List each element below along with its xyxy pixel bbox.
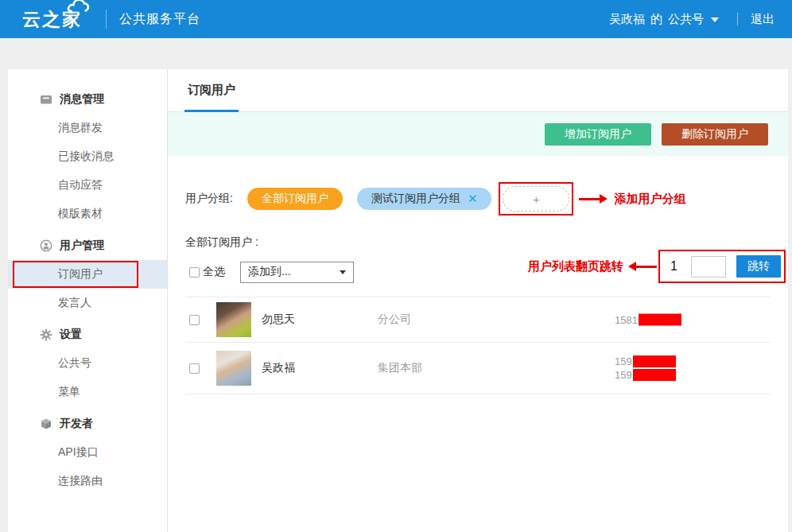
user-phones: 1581: [615, 313, 681, 327]
sidebar-group-message[interactable]: 消息管理: [8, 85, 167, 114]
sidebar-item-subscribed-users[interactable]: 订阅用户: [8, 260, 167, 289]
redacted-phone-bar: [639, 314, 681, 326]
group-pill-test-label: 测试订阅用户分组: [371, 192, 460, 206]
top-header-bar: 云之家 公共服务平台 吴政福 的 公共号 退出: [0, 0, 792, 38]
avatar: [216, 302, 251, 337]
chevron-down-icon: [711, 17, 719, 22]
user-list: 勿思天 分公司 1581 吴政福 集团本部: [185, 297, 771, 394]
close-icon[interactable]: ✕: [468, 192, 478, 206]
chevron-down-icon: [340, 270, 346, 274]
sidebar-group-label: 用户管理: [60, 239, 104, 253]
sidebar-item-api[interactable]: API接口: [8, 438, 167, 467]
page: 云之家 公共服务平台 吴政福 的 公共号 退出: [0, 0, 792, 532]
annotation-pagination-text: 用户列表翻页跳转: [528, 259, 623, 274]
user-name: 勿思天: [262, 313, 349, 327]
add-group-button[interactable]: +: [503, 186, 569, 212]
user-row: 勿思天 分公司 1581: [185, 297, 771, 343]
sidebar-item-spokesperson[interactable]: 发言人: [8, 289, 167, 317]
phone-prefix: 159: [615, 355, 632, 368]
user-row: 吴政福 集团本部 159 159: [185, 343, 771, 394]
annotation-red-box-pagination: 1 跳转: [658, 250, 786, 283]
redacted-phone-bar: [633, 369, 676, 381]
account-menu[interactable]: 吴政福 的 公共号: [609, 12, 724, 27]
toolbar: 增加订阅用户 删除订阅用户: [168, 112, 788, 156]
jump-page-input[interactable]: [691, 256, 726, 278]
content-area: 用户分组: 全部订阅用户 测试订阅用户分组 ✕ + 添加用户分组: [168, 156, 788, 394]
header-divider: [737, 13, 738, 25]
annotation-add-group-text: 添加用户分组: [614, 192, 685, 207]
sidebar: 消息管理 消息群发 已接收消息 自动应答 模版素材 用户管理 订阅用户: [8, 69, 168, 532]
sidebar-item-auto-reply[interactable]: 自动应答: [8, 171, 167, 200]
sidebar-group-label: 开发者: [60, 417, 93, 431]
sidebar-group-developer[interactable]: 开发者: [8, 410, 167, 438]
select-all-label: 全选: [203, 265, 225, 279]
sidebar-item-public-account[interactable]: 公共号: [8, 349, 167, 378]
group-pill-all[interactable]: 全部订阅用户: [247, 188, 343, 210]
add-to-dropdown[interactable]: 添加到...: [240, 262, 354, 283]
avatar: [216, 351, 251, 386]
user-department: 分公司: [378, 313, 411, 327]
sidebar-item-menu[interactable]: 菜单: [8, 378, 167, 406]
group-pill-test[interactable]: 测试订阅用户分组 ✕: [357, 188, 492, 210]
app-logo: 云之家: [22, 7, 82, 32]
user-group-label: 用户分组:: [185, 192, 233, 206]
add-subscriber-button[interactable]: 增加订阅用户: [545, 123, 651, 146]
sidebar-item-message-broadcast[interactable]: 消息群发: [8, 114, 167, 142]
tab-subscribed-users[interactable]: 订阅用户: [184, 69, 239, 112]
phone-prefix: 1581: [615, 313, 638, 327]
header-divider: [106, 10, 107, 29]
user-department: 集团本部: [378, 361, 422, 375]
sidebar-item-template-material[interactable]: 模版素材: [8, 200, 167, 228]
select-all-checkbox[interactable]: [189, 267, 200, 278]
row-checkbox[interactable]: [189, 315, 200, 325]
jump-button[interactable]: 跳转: [736, 255, 781, 278]
annotation-arrow-right: [579, 194, 608, 204]
sidebar-item-connect-route[interactable]: 连接路由: [8, 467, 167, 495]
phone-prefix: 159: [615, 368, 632, 382]
sidebar-item-label: 订阅用户: [58, 267, 103, 282]
row-checkbox[interactable]: [189, 363, 200, 374]
sidebar-item-received-messages[interactable]: 已接收消息: [8, 142, 167, 171]
gear-icon: [40, 328, 52, 341]
sidebar-group-label: 设置: [60, 328, 82, 342]
user-phones: 159 159: [615, 355, 676, 382]
redacted-phone-bar: [633, 355, 676, 367]
sidebar-group-settings[interactable]: 设置: [8, 320, 167, 349]
account-type: 公共号: [668, 12, 704, 27]
account-name: 吴政福: [609, 12, 645, 27]
logout-button[interactable]: 退出: [751, 12, 775, 27]
cube-icon: [40, 417, 52, 430]
inbox-icon: [40, 93, 52, 106]
pagination-cluster: 用户列表翻页跳转 1 跳转: [528, 250, 786, 283]
main-panel: 订阅用户 增加订阅用户 删除订阅用户 用户分组: 全部订阅用户 测试订阅用户分组…: [168, 69, 788, 532]
delete-subscriber-button[interactable]: 删除订阅用户: [662, 123, 768, 146]
account-particle: 的: [650, 12, 662, 27]
cloud-icon: [66, 0, 95, 17]
sidebar-group-user[interactable]: 用户管理: [8, 231, 167, 260]
sidebar-group-label: 消息管理: [60, 92, 104, 107]
user-group-filter-row: 用户分组: 全部订阅用户 测试订阅用户分组 ✕ + 添加用户分组: [185, 183, 771, 215]
annotation-arrow-left: [628, 262, 657, 271]
platform-title: 公共服务平台: [119, 11, 200, 28]
list-title: 全部订阅用户 :: [185, 235, 771, 250]
add-to-dropdown-value: 添加到...: [248, 265, 291, 279]
tab-bar: 订阅用户: [168, 69, 788, 112]
user-icon: [40, 239, 52, 252]
current-page-number: 1: [670, 259, 677, 274]
user-name: 吴政福: [262, 361, 349, 375]
